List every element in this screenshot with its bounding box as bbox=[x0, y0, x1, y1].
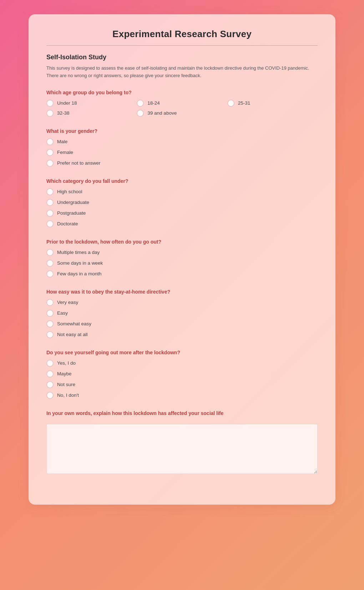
after-lockdown-options: Yes, I do Maybe Not sure No, I don't bbox=[46, 360, 318, 399]
age-col-2: 18-24 39 and above bbox=[137, 100, 227, 117]
radio-circle bbox=[46, 110, 54, 117]
radio-option-no-i-dont[interactable]: No, I don't bbox=[46, 392, 318, 399]
radio-option-some-days[interactable]: Some days in a week bbox=[46, 260, 318, 267]
radio-circle bbox=[46, 210, 54, 217]
radio-label-39-above: 39 and above bbox=[147, 110, 177, 116]
radio-label-female: Female bbox=[57, 150, 73, 155]
category-options: High school Undergraduate Postgraduate D… bbox=[46, 188, 318, 228]
radio-circle bbox=[137, 110, 144, 117]
survey-title: Experimental Research Survey bbox=[46, 29, 318, 40]
radio-option-postgraduate[interactable]: Postgraduate bbox=[46, 210, 318, 217]
radio-circle bbox=[137, 100, 144, 107]
radio-label-highschool: High school bbox=[57, 189, 82, 194]
radio-circle bbox=[46, 188, 54, 195]
radio-circle bbox=[46, 199, 54, 206]
gender-options: Male Female Prefer not to answer bbox=[46, 138, 318, 167]
radio-circle bbox=[46, 370, 54, 378]
radio-circle bbox=[46, 381, 54, 388]
radio-label-very-easy: Very easy bbox=[57, 300, 78, 305]
radio-label-not-easy: Not easy at all bbox=[57, 332, 88, 337]
question-label-q3: Which category do you fall under? bbox=[46, 178, 318, 184]
ease-options: Very easy Easy Somewhat easy Not easy at… bbox=[46, 299, 318, 338]
radio-option-32-38[interactable]: 32-38 bbox=[46, 110, 137, 117]
radio-label-maybe: Maybe bbox=[57, 371, 72, 376]
question-label-q5: How easy was it to obey the stay-at-home… bbox=[46, 289, 318, 295]
title-divider bbox=[46, 45, 318, 46]
radio-circle bbox=[46, 138, 54, 145]
radio-label-doctorate: Doctorate bbox=[57, 221, 78, 226]
radio-circle bbox=[46, 320, 54, 328]
radio-label-not-sure: Not sure bbox=[57, 382, 75, 387]
radio-circle bbox=[46, 260, 54, 267]
radio-option-39-above[interactable]: 39 and above bbox=[137, 110, 227, 117]
radio-circle bbox=[46, 100, 54, 107]
radio-circle bbox=[46, 392, 54, 399]
question-label-q6: Do you see yourself going out more after… bbox=[46, 350, 318, 355]
radio-circle bbox=[46, 149, 54, 156]
radio-circle bbox=[46, 310, 54, 317]
radio-label-somewhat-easy: Somewhat easy bbox=[57, 321, 91, 326]
radio-option-not-sure[interactable]: Not sure bbox=[46, 381, 318, 388]
radio-label-yes-i-do: Yes, I do bbox=[57, 360, 76, 366]
radio-circle bbox=[46, 331, 54, 338]
radio-option-maybe[interactable]: Maybe bbox=[46, 370, 318, 378]
survey-description: This survey is designed to assess the ea… bbox=[46, 65, 318, 80]
radio-circle bbox=[46, 270, 54, 278]
radio-circle bbox=[46, 360, 54, 367]
radio-option-highschool[interactable]: High school bbox=[46, 188, 318, 195]
radio-option-prefer-not[interactable]: Prefer not to answer bbox=[46, 160, 318, 167]
radio-option-multiple-times[interactable]: Multiple times a day bbox=[46, 249, 318, 256]
question-block-q7: In your own words, explain how this lock… bbox=[46, 410, 318, 475]
radio-option-easy[interactable]: Easy bbox=[46, 310, 318, 317]
radio-label-25-31: 25-31 bbox=[238, 100, 251, 106]
radio-option-25-31[interactable]: 25-31 bbox=[227, 100, 318, 107]
question-label-q2: What is your gender? bbox=[46, 128, 318, 134]
radio-label-prefer-not: Prefer not to answer bbox=[57, 160, 101, 166]
radio-label-32-38: 32-38 bbox=[57, 110, 70, 116]
question-label-q1: Which age group do you belong to? bbox=[46, 90, 318, 95]
radio-label-multiple-times: Multiple times a day bbox=[57, 250, 100, 255]
question-block-q5: How easy was it to obey the stay-at-home… bbox=[46, 289, 318, 338]
radio-label-no-i-dont: No, I don't bbox=[57, 392, 79, 398]
radio-option-yes-i-do[interactable]: Yes, I do bbox=[46, 360, 318, 367]
radio-option-doctorate[interactable]: Doctorate bbox=[46, 220, 318, 228]
frequency-options: Multiple times a day Some days in a week… bbox=[46, 249, 318, 278]
question-block-q2: What is your gender? Male Female Prefer … bbox=[46, 128, 318, 167]
radio-option-undergraduate[interactable]: Undergraduate bbox=[46, 199, 318, 206]
social-life-textarea[interactable] bbox=[46, 424, 318, 474]
question-block-q6: Do you see yourself going out more after… bbox=[46, 350, 318, 399]
section-title: Self-Isolation Study bbox=[46, 54, 318, 61]
radio-circle bbox=[46, 160, 54, 167]
radio-option-female[interactable]: Female bbox=[46, 149, 318, 156]
radio-label-postgraduate: Postgraduate bbox=[57, 210, 86, 216]
radio-option-male[interactable]: Male bbox=[46, 138, 318, 145]
age-group-options: Under 18 32-38 18-24 39 and above bbox=[46, 100, 318, 117]
question-label-q7: In your own words, explain how this lock… bbox=[46, 410, 318, 416]
radio-label-some-days: Some days in a week bbox=[57, 260, 103, 266]
radio-label-easy: Easy bbox=[57, 310, 68, 316]
radio-circle bbox=[46, 220, 54, 228]
radio-option-somewhat-easy[interactable]: Somewhat easy bbox=[46, 320, 318, 328]
radio-circle bbox=[46, 249, 54, 256]
radio-option-very-easy[interactable]: Very easy bbox=[46, 299, 318, 306]
radio-option-under18[interactable]: Under 18 bbox=[46, 100, 137, 107]
radio-option-few-days[interactable]: Few days in a month bbox=[46, 270, 318, 278]
question-block-q4: Prior to the lockdown, how often do you … bbox=[46, 239, 318, 278]
radio-label-18-24: 18-24 bbox=[147, 100, 160, 106]
radio-option-18-24[interactable]: 18-24 bbox=[137, 100, 227, 107]
question-block-q3: Which category do you fall under? High s… bbox=[46, 178, 318, 228]
question-block-q1: Which age group do you belong to? Under … bbox=[46, 90, 318, 117]
survey-card: Experimental Research Survey Self-Isolat… bbox=[29, 14, 335, 505]
age-col-3: 25-31 bbox=[227, 100, 318, 117]
radio-option-not-easy[interactable]: Not easy at all bbox=[46, 331, 318, 338]
radio-circle bbox=[46, 299, 54, 306]
radio-label-few-days: Few days in a month bbox=[57, 271, 102, 276]
radio-label-male: Male bbox=[57, 139, 67, 144]
radio-circle bbox=[227, 100, 234, 107]
age-col-1: Under 18 32-38 bbox=[46, 100, 137, 117]
radio-label-under18: Under 18 bbox=[57, 100, 77, 106]
question-label-q4: Prior to the lockdown, how often do you … bbox=[46, 239, 318, 245]
radio-label-undergraduate: Undergraduate bbox=[57, 200, 89, 205]
